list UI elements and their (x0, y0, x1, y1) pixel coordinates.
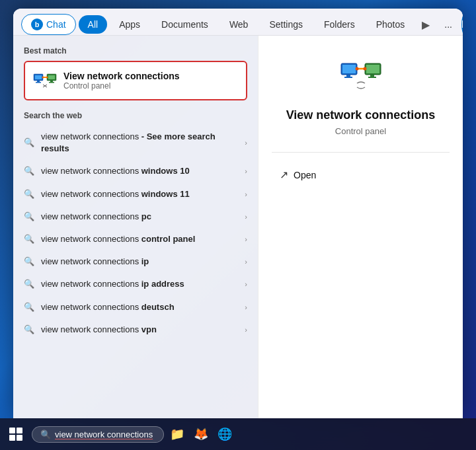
svg-point-9 (42, 77, 44, 79)
svg-rect-2 (37, 81, 40, 82)
web-result-5[interactable]: 🔍 view network connections ip › (13, 250, 258, 273)
web-result-text-5: view network connections ip (41, 256, 245, 268)
arrow-icon-0: › (245, 139, 247, 147)
left-panel: Best match (13, 36, 258, 418)
web-result-3[interactable]: 🔍 view network connections pc › (13, 206, 258, 228)
svg-point-20 (355, 67, 358, 71)
web-result-text-6: view network connections ip address (41, 278, 245, 290)
bing-button[interactable]: b (461, 15, 463, 34)
play-button[interactable]: ▶ (416, 16, 435, 34)
arrow-icon-7: › (245, 303, 247, 311)
right-divider (272, 152, 450, 153)
right-panel-title: View network connections (286, 108, 436, 122)
taskbar: 🔍 view network connections 📁 🦊 🌐 (0, 418, 476, 450)
svg-rect-5 (48, 75, 55, 79)
arrow-icon-2: › (245, 190, 247, 198)
web-result-text-1: view network connections windows 10 (41, 165, 245, 177)
svg-rect-3 (36, 82, 41, 83)
svg-rect-14 (344, 77, 352, 78)
arrow-icon-5: › (245, 258, 247, 266)
tab-all[interactable]: All (79, 15, 108, 34)
tab-settings[interactable]: Settings (260, 15, 312, 34)
arrow-icon-8: › (245, 326, 247, 334)
search-icon-4: 🔍 (24, 234, 34, 244)
taskbar-edge[interactable]: 🌐 (214, 424, 235, 445)
web-result-1[interactable]: 🔍 view network connections windows 10 › (13, 160, 258, 182)
svg-point-10 (46, 77, 48, 79)
arrow-icon-3: › (245, 213, 247, 221)
tab-photos[interactable]: Photos (367, 15, 415, 34)
web-result-text-4: view network connections control panel (41, 233, 245, 245)
bing-icon: b (31, 19, 43, 30)
svg-rect-17 (370, 75, 374, 77)
open-button[interactable]: ↗ Open (272, 163, 450, 186)
svg-rect-16 (366, 65, 379, 73)
best-match-label: Best match (13, 46, 258, 61)
tab-folders[interactable]: Folders (315, 15, 364, 34)
web-result-2[interactable]: 🔍 view network connections windows 11 › (13, 183, 258, 206)
start-button[interactable] (5, 424, 26, 445)
best-match-subtitle: Control panel (63, 81, 180, 91)
search-icon-3: 🔍 (24, 211, 34, 222)
search-popup: b Chat All Apps Documents Web Settings F… (13, 9, 463, 418)
right-network-icon (340, 56, 382, 98)
web-result-4[interactable]: 🔍 view network connections control panel… (13, 228, 258, 250)
search-icon-6: 🔍 (24, 279, 34, 289)
svg-rect-13 (346, 75, 350, 77)
best-match-title: View network connections (63, 71, 180, 81)
web-result-0[interactable]: 🔍 view network connections - See more se… (13, 126, 258, 160)
tab-bar: b Chat All Apps Documents Web Settings F… (13, 9, 463, 36)
right-panel: View network connections Control panel ↗… (258, 36, 463, 418)
svg-rect-18 (368, 77, 376, 78)
tab-chat-label: Chat (46, 19, 66, 30)
main-content: Best match (13, 36, 463, 418)
tab-all-label: All (88, 19, 99, 30)
open-label: Open (294, 170, 316, 180)
web-result-text-8: view network connections vpn (41, 324, 245, 336)
web-result-7[interactable]: 🔍 view network connections deutsch › (13, 296, 258, 319)
web-result-text-3: view network connections pc (41, 211, 245, 223)
taskbar-file-explorer[interactable]: 📁 (167, 424, 188, 445)
open-icon: ↗ (280, 169, 288, 181)
svg-rect-12 (342, 65, 356, 73)
svg-rect-6 (50, 81, 53, 82)
search-icon-7: 🔍 (24, 302, 34, 313)
best-match-item[interactable]: View network connections Control panel (24, 61, 247, 100)
more-tabs-button[interactable]: ... (438, 15, 459, 34)
svg-point-21 (363, 67, 366, 71)
search-icon-5: 🔍 (24, 256, 34, 267)
search-icon-2: 🔍 (24, 189, 34, 200)
svg-rect-7 (49, 82, 54, 83)
start-icon (9, 428, 22, 441)
svg-rect-1 (35, 75, 42, 79)
network-connections-icon (33, 69, 57, 93)
best-match-text: View network connections Control panel (63, 71, 180, 91)
web-result-6[interactable]: 🔍 view network connections ip address › (13, 273, 258, 295)
right-panel-subtitle: Control panel (335, 126, 386, 136)
taskbar-search-icon: 🔍 (40, 430, 51, 439)
taskbar-search-box[interactable]: 🔍 view network connections (32, 426, 164, 443)
web-result-8[interactable]: 🔍 view network connections vpn › (13, 319, 258, 341)
search-web-label: Search the web (13, 111, 258, 126)
web-result-text-2: view network connections windows 11 (41, 188, 245, 200)
search-icon-1: 🔍 (24, 166, 34, 176)
search-icon-8: 🔍 (24, 324, 34, 335)
taskbar-browser[interactable]: 🦊 (190, 424, 212, 445)
web-result-text-0: view network connections - See more sear… (41, 131, 245, 155)
search-icon-0: 🔍 (24, 137, 34, 148)
tab-web[interactable]: Web (220, 15, 258, 34)
web-result-text-7: view network connections deutsch (41, 301, 245, 313)
arrow-icon-1: › (245, 167, 247, 175)
arrow-icon-4: › (245, 235, 247, 243)
tab-documents[interactable]: Documents (152, 15, 218, 34)
tab-apps[interactable]: Apps (110, 15, 149, 34)
taskbar-search-query[interactable]: view network connections (55, 430, 153, 439)
arrow-icon-6: › (245, 280, 247, 288)
tab-chat[interactable]: b Chat (21, 14, 76, 35)
